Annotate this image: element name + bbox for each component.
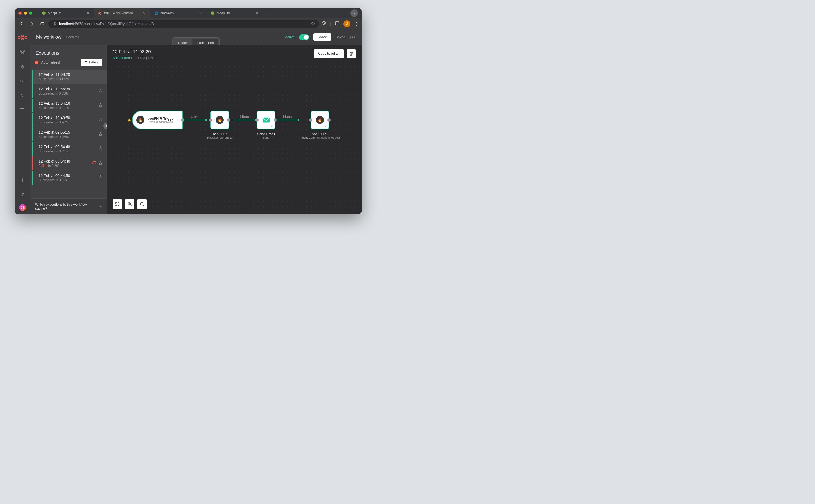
close-icon[interactable]: ✕ (198, 11, 203, 15)
execution-item[interactable]: 12 Feb at 10:54:16Succeeded in 0.041s (32, 99, 107, 112)
close-window[interactable] (18, 12, 22, 15)
tab-title: n8n - ▶ My workflow (104, 11, 133, 15)
connector: 2 items (232, 120, 257, 120)
fire-icon: 🔥 (216, 116, 224, 124)
node-desc: Patch: CommunicationRequest (299, 136, 340, 139)
executions-panel: Executions ✓ Auto refresh Filters 12 Feb… (30, 45, 107, 214)
execution-item[interactable]: 12 Feb at 09:54:40Failed in 0.209s (32, 156, 107, 170)
conn-label: 2 items (283, 115, 292, 118)
traffic-lights (18, 12, 32, 15)
svg-point-17 (22, 67, 23, 68)
filters-label: Filters (89, 60, 99, 64)
exec-time: 12 Feb at 09:44:50 (39, 174, 99, 178)
delete-execution-button[interactable] (347, 49, 356, 58)
workflow-name[interactable]: My workflow (36, 35, 61, 40)
fit-view-button[interactable] (112, 199, 122, 209)
kebab-menu-icon[interactable]: ⋮ (354, 21, 358, 27)
retry-icon[interactable] (92, 161, 96, 166)
chevron-down-icon (99, 205, 102, 209)
exec-save-settings[interactable]: Which executions is this workflow saving… (30, 198, 107, 214)
globe-icon: 🟢 (42, 11, 46, 15)
execution-status: Succeeded in 0.172s | ID#8 (112, 56, 155, 60)
execution-item[interactable]: 12 Feb at 09:54:48Succeeded in 0.031s (32, 142, 107, 156)
n8n-logo[interactable] (18, 33, 27, 42)
svg-rect-28 (262, 118, 269, 123)
tab-overflow-button[interactable] (350, 9, 358, 17)
site-info-icon[interactable] (52, 21, 57, 27)
zoom-in-button[interactable] (125, 199, 134, 209)
input-port[interactable] (209, 118, 212, 122)
tab-medplum-1[interactable]: 🟢 Medplum ✕ (38, 8, 94, 18)
node-send-email[interactable]: ✓ (257, 111, 275, 129)
auto-refresh-checkbox[interactable]: ✓ (35, 61, 38, 64)
exec-time: 12 Feb at 09:54:48 (39, 145, 99, 149)
exec-status: Succeeded in 0.202s (39, 121, 99, 124)
address-bar[interactable]: localhost:5678/workflow/Rx1lSQoryIlDyqJG… (48, 20, 319, 28)
node-bonfhir-trigger[interactable]: ⚡ 🔥 bonFHIR Trigger CommunicationRequ… ✓ (132, 111, 183, 129)
execution-item[interactable]: 12 Feb at 09:44:50Succeeded in 0.02s (32, 171, 107, 185)
add-tag-button[interactable]: + Add tag (66, 35, 79, 39)
output-port[interactable] (327, 118, 330, 122)
back-button[interactable] (18, 20, 25, 28)
close-icon[interactable]: ✕ (255, 11, 259, 15)
execution-item[interactable]: 12 Feb at 10:43:50Succeeded in 0.202s (32, 113, 107, 127)
profile-avatar[interactable]: J (343, 20, 350, 27)
svg-rect-13 (23, 50, 25, 51)
svg-rect-14 (22, 52, 23, 54)
filters-button[interactable]: Filters (81, 59, 102, 66)
node-name: Send Email (257, 132, 275, 136)
url-bar: localhost:5678/workflow/Rx1lSQoryIlDyqJG… (15, 18, 362, 29)
input-port[interactable] (255, 118, 258, 122)
user-avatar[interactable]: JB (19, 204, 26, 211)
execution-item[interactable]: 12 Feb at 09:55:15Succeeded in 0.056s (32, 127, 107, 141)
workflow-canvas[interactable]: 12 Feb at 11:03:20 Succeeded in 0.172s |… (107, 45, 362, 214)
execution-item[interactable]: 12 Feb at 10:56:39Succeeded in 0.038s (32, 84, 107, 98)
reload-button[interactable] (38, 20, 46, 28)
canvas-header: 12 Feb at 11:03:20 Succeeded in 0.172s |… (112, 49, 155, 60)
tab-smtp4dev[interactable]: 🌐 smtp4dev ✕ (150, 8, 206, 18)
zoom-controls (112, 199, 147, 209)
extensions-icon[interactable] (321, 21, 326, 27)
node-name: bonFHIR (207, 132, 232, 136)
forward-button[interactable] (28, 20, 36, 28)
node-bonfhir1[interactable]: 🔥 ✓ (310, 111, 329, 129)
active-label: Active (285, 35, 294, 39)
active-toggle[interactable] (299, 34, 309, 40)
nav-templates[interactable] (18, 62, 27, 71)
node-desc: Send (257, 136, 275, 139)
zoom-out-button[interactable] (137, 199, 147, 209)
exec-time: 12 Feb at 11:03:20 (39, 72, 102, 77)
node-bonfhir[interactable]: 🔥 ✓ (210, 111, 229, 129)
svg-point-24 (20, 110, 21, 110)
nav-variables[interactable]: x (18, 91, 27, 100)
more-menu-button[interactable]: ••• (349, 35, 356, 40)
share-button[interactable]: Share (313, 33, 331, 41)
tab-title: Medplum (48, 11, 61, 15)
copy-to-editor-button[interactable]: Copy to editor (314, 49, 344, 58)
tab-medplum-2[interactable]: 🟢 Medplum ✕ (206, 8, 263, 18)
saved-status: Saved (335, 35, 345, 39)
tab-n8n[interactable]: n8n - ▶ My workflow ✕ (94, 8, 150, 18)
new-tab-button[interactable]: + (264, 10, 272, 16)
close-icon[interactable]: ✕ (86, 11, 90, 15)
fire-icon: 🔥 (316, 116, 324, 124)
panel-icon[interactable] (335, 21, 340, 27)
nav-settings[interactable] (18, 175, 27, 185)
minimize-window[interactable] (24, 12, 27, 15)
maximize-window[interactable] (29, 12, 32, 15)
nav-credentials[interactable] (18, 76, 27, 86)
input-port[interactable] (309, 118, 312, 122)
tab-title: smtp4dev (160, 11, 174, 15)
output-port[interactable] (227, 118, 230, 122)
close-icon[interactable]: ✕ (142, 11, 146, 15)
bookmark-icon[interactable] (311, 21, 315, 27)
execution-list: 12 Feb at 11:03:20Succeeded in 0.172s 12… (30, 69, 107, 198)
check-icon: ✓ (324, 124, 327, 128)
nav-help[interactable]: ? (18, 190, 27, 199)
side-navigation: x ? JB (15, 29, 30, 214)
check-icon: ✓ (224, 124, 227, 128)
execution-item[interactable]: 12 Feb at 11:03:20Succeeded in 0.172s (32, 70, 107, 84)
flask-icon (99, 103, 102, 108)
nav-executions[interactable] (18, 105, 27, 115)
nav-workflows[interactable] (18, 47, 27, 57)
